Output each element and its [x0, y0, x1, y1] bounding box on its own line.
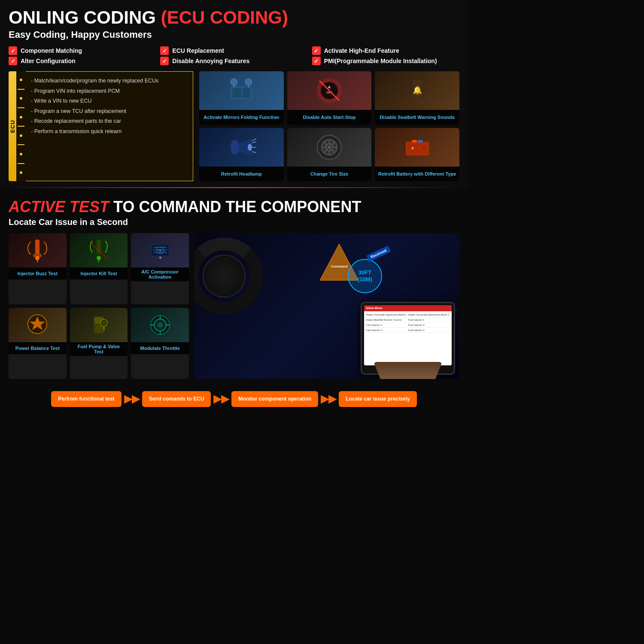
power-balance-img [9, 308, 67, 342]
circuit-lines [16, 71, 26, 181]
bullet-item-3: Write a VIN to new ECU [31, 96, 188, 106]
active-title-white: TO COMMAND THE COMPONENT [113, 198, 361, 216]
svg-rect-33 [407, 143, 427, 154]
svg-text:Command: Command [331, 264, 347, 268]
checkmark-label-1: Component Matching [21, 47, 82, 54]
autostop-image: A OFF [287, 71, 372, 110]
headlamp-image [199, 128, 284, 167]
tablet-menu-item-4: Fuel injector 1 [408, 318, 450, 322]
tablet-menu-item-3: Intake Manifold Runner Control [366, 318, 408, 322]
process-arrow-3: ▶▶ [321, 393, 336, 405]
tablet-screen-content: Intake Camsnaft Adjustment,Bank 1 Intake… [364, 311, 452, 365]
tire-label: Change Tire Size [287, 167, 372, 181]
yellow-bar: ECU [9, 71, 16, 181]
middle-content: ECU Match/learn/code/program the newly r… [9, 71, 459, 181]
modulate-label: Modulate Throttle [131, 342, 189, 354]
checkmark-item-6: ✓ PMI(Programmable Module Installation) [312, 57, 459, 65]
svg-rect-30 [418, 140, 423, 143]
bullet-item-2: Program VIN into replacement PCM [31, 86, 188, 97]
injector-kill-label: Injector Kill Test [70, 267, 128, 279]
circuit-dot-2 [20, 97, 22, 100]
svg-point-60 [158, 322, 163, 328]
headlamp-label: Retrofit Headlamp [199, 167, 284, 181]
test-card-injector-kill: Injector Kill Test [70, 233, 128, 304]
svg-point-36 [35, 256, 39, 260]
feature-card-autostop: A OFF Disable Auto Start-Stop [287, 71, 372, 125]
ac-img: ❄ [131, 233, 189, 267]
battery-image: + - [375, 128, 459, 167]
circuit-line-4 [18, 144, 24, 145]
checkmarks-grid: ✓ Component Matching ✓ ECU Replacement ✓… [9, 46, 459, 65]
process-step-3: Monitor component operation [231, 391, 318, 407]
feature-card-tire: Change Tire Size [287, 128, 372, 181]
section-divider [0, 187, 468, 188]
circuit-line-5 [18, 163, 24, 164]
mirrors-image [199, 71, 284, 110]
wheel-outer [194, 237, 263, 315]
circuit-line-1 [18, 89, 24, 90]
distance-text: 30FT(10M) [358, 269, 372, 283]
title-red: (ECU CODING) [161, 7, 288, 27]
active-section: ACTIVE TEST TO COMMAND THE COMPONENT Loc… [0, 192, 468, 385]
check-icon-6: ✓ [312, 57, 321, 65]
tablet-menu-item-8: Fuel Injector 4 [408, 328, 450, 333]
checkmark-item-4: ✓ Alter Configuration [9, 57, 156, 65]
svg-text:🔔: 🔔 [413, 85, 422, 95]
checkmark-label-2: ECU Replacement [172, 47, 224, 54]
checkmark-item-1: ✓ Component Matching [9, 46, 156, 55]
circuit-dot-1 [20, 79, 22, 81]
check-icon-4: ✓ [9, 57, 17, 65]
test-card-ac: ❄ A/C Compressor Activation [131, 233, 189, 304]
bullet-item-5: Recode replacement parts to the car [31, 116, 188, 127]
svg-line-17 [252, 139, 256, 141]
svg-rect-34 [35, 240, 39, 255]
circuit-dot-6 [20, 171, 22, 174]
battery-label: Retrofit Battery with Different Type [375, 167, 459, 181]
subtitle: Easy Coding, Happy Customers [9, 29, 459, 40]
autostop-label: Disable Auto Start-Stop [287, 110, 372, 125]
power-balance-label: Power Balance Test [9, 342, 67, 354]
process-arrow-1: ▶▶ [124, 393, 140, 405]
tablet-header-text: Show Menu [366, 307, 383, 310]
active-content: Injector Buzz Test Injector Kill Test [9, 233, 459, 379]
process-step-2: Send comands to ECU [142, 391, 211, 407]
tablet-menu-item-1: Intake Camsnaft Adjustment,Bank 1 [366, 313, 408, 317]
svg-rect-29 [412, 140, 417, 143]
distance-badge: 30FT(10M) [348, 259, 382, 293]
active-title: ACTIVE TEST TO COMMAND THE COMPONENT [9, 198, 459, 216]
coding-features-grid: Activate Mirrors Folding Function A OFF … [199, 71, 459, 181]
seatbelt-label: Disable Seatbelt Warning Sounds [375, 110, 459, 125]
circuit-line-2 [18, 107, 24, 108]
test-card-power-balance: Power Balance Test [9, 308, 67, 379]
feature-card-headlamp: Retrofit Headlamp [199, 128, 284, 181]
tire-image [287, 128, 372, 167]
bullet-item-4: Program a new TCU after replacement [31, 106, 188, 117]
left-text-box: Match/learn/code/program the newly repla… [26, 71, 193, 181]
feature-card-battery: + - Retrofit Battery with Different Type [375, 128, 459, 181]
injector-buzz-img [9, 233, 67, 267]
svg-rect-57 [103, 326, 105, 331]
wheel-inner [203, 255, 246, 298]
checkmark-label-4: Alter Configuration [21, 58, 76, 64]
main-title: ONLING CODING (ECU CODING) [9, 8, 459, 27]
check-icon-3: ✓ [312, 46, 321, 55]
modulate-img [131, 308, 189, 342]
svg-text:❄: ❄ [158, 256, 161, 260]
title-white: ONLING CODING [9, 7, 156, 27]
process-arrow-2: ▶▶ [213, 393, 229, 405]
mirrors-label: Activate Mirrors Folding Function [199, 110, 284, 125]
active-title-red: ACTIVE TEST [9, 198, 109, 216]
received-label: Received [367, 246, 391, 262]
checkmark-item-3: ✓ Activate High-End Feature [312, 46, 459, 55]
hand-graphic [374, 362, 442, 379]
active-subtitle: Locate Car Issue in a Second [9, 217, 459, 227]
tablet-scene: Command 30FT(10M) Received Show Menu Int… [194, 233, 459, 379]
bullet-list: Match/learn/code/program the newly repla… [31, 76, 188, 137]
circuit-dot-3 [20, 116, 22, 118]
tablet-screen-header: Show Menu [364, 305, 452, 311]
svg-rect-54 [95, 325, 102, 333]
svg-point-3 [231, 79, 237, 85]
test-card-injector-buzz: Injector Buzz Test [9, 233, 67, 304]
ac-label: A/C Compressor Activation [131, 267, 189, 281]
tablet-menu-item-5: Fuel Injector 2 [366, 323, 408, 328]
